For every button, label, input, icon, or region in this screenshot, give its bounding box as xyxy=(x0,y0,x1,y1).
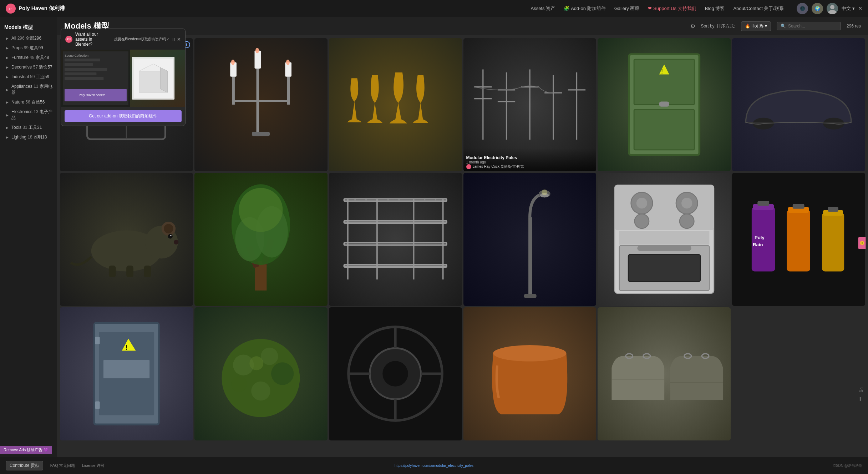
svg-point-78 xyxy=(636,198,647,208)
grid-item-stove[interactable] xyxy=(598,173,731,306)
chevron-icon: ▶ xyxy=(6,65,9,69)
svg-rect-101 xyxy=(95,402,100,409)
svg-rect-18 xyxy=(252,132,270,136)
sidebar-item-nature[interactable]: ▶ Nature 56 自然56 xyxy=(0,97,57,107)
popup-controls: II ✕ xyxy=(172,37,181,42)
grid-item-tree[interactable] xyxy=(194,173,328,306)
get-addon-button[interactable]: Get our add-on 获取我们的附加组件 xyxy=(65,110,182,122)
nav-support[interactable]: ❤ Support Us 支持我们 xyxy=(648,5,696,12)
grid-item-copper-pot[interactable] xyxy=(463,307,597,440)
svg-rect-12 xyxy=(255,51,261,69)
top-navigation: P Poly Haven 保利港 Assets 资产 🧩 Add-on 附加组件… xyxy=(0,0,868,17)
svg-rect-137 xyxy=(65,68,107,71)
close-btn[interactable]: ✕ xyxy=(858,6,862,11)
svg-rect-92 xyxy=(787,210,811,271)
popup-image: Scene Collection Poly Haven Assets xyxy=(61,50,185,107)
nav-addon[interactable]: 🧩 Add-on 附加组件 xyxy=(564,5,606,12)
svg-rect-61 xyxy=(344,221,446,223)
contribute-button[interactable]: Contribute 贡献 xyxy=(6,461,43,470)
svg-rect-89 xyxy=(758,201,770,206)
sidebar-item-all[interactable]: ▶ All 296 全部296 xyxy=(0,34,57,43)
grid-item-goblets[interactable] xyxy=(329,38,462,171)
svg-rect-33 xyxy=(634,110,694,150)
svg-text:P: P xyxy=(9,7,11,11)
grid-item-streetlight[interactable] xyxy=(463,173,597,306)
addon-popup: PH Want all our assets in Blender? 想要在Bl… xyxy=(61,29,186,126)
grid-item-tire[interactable] xyxy=(329,307,462,440)
svg-point-55 xyxy=(239,188,283,232)
nav-blog[interactable]: Blog 博客 xyxy=(705,5,725,12)
svg-point-45 xyxy=(171,235,172,236)
svg-rect-47 xyxy=(126,266,133,277)
svg-point-73 xyxy=(542,190,547,195)
license-link[interactable]: License 许可 xyxy=(82,463,105,468)
grid-item-elec-box[interactable]: ! xyxy=(60,307,193,440)
svg-rect-136 xyxy=(65,63,93,66)
copyright: ©SDN @浩浩浩浩 xyxy=(833,463,862,468)
grid-item-poles[interactable]: Modular Electricity Poles 1 month ago Ja… xyxy=(463,38,597,171)
print-icon[interactable]: 🖨 xyxy=(858,387,864,393)
popup-pause-btn[interactable]: II xyxy=(172,37,175,42)
language-btn[interactable]: 中文 ▾ xyxy=(842,5,855,12)
svg-rect-139 xyxy=(65,77,103,80)
remove-ads-button[interactable]: Remove Ads 移除广告 💜 xyxy=(0,446,52,454)
chevron-icon: ▶ xyxy=(6,100,9,104)
grid-item-moss-ball[interactable] xyxy=(194,307,328,440)
logo[interactable]: P Poly Haven 保利港 xyxy=(6,4,65,14)
svg-rect-74 xyxy=(524,294,536,298)
svg-point-82 xyxy=(680,214,694,228)
svg-rect-48 xyxy=(144,266,151,277)
svg-point-17 xyxy=(286,60,290,65)
faq-link[interactable]: FAQ 常见问题 xyxy=(50,463,75,468)
settings-icon[interactable]: ⚙ xyxy=(690,23,695,30)
nav-gallery[interactable]: Gallery 画廊 xyxy=(614,5,640,12)
sort-label: Sort by: 排序方式: xyxy=(701,23,735,29)
nav-assets[interactable]: Assets 资产 xyxy=(531,5,555,12)
grid-item-candles1[interactable] xyxy=(194,38,328,171)
sidebar-item-tools[interactable]: ▶ Tools 31 工具31 xyxy=(0,123,57,132)
svg-point-110 xyxy=(232,376,247,392)
sort-button[interactable]: 🔥 Hot 热 ▾ xyxy=(741,21,771,31)
svg-point-2 xyxy=(830,5,834,9)
svg-point-119 xyxy=(493,345,566,362)
sidebar-item-industrial[interactable]: ▶ Industrial 59 工业59 xyxy=(0,72,57,82)
svg-point-43 xyxy=(174,240,178,244)
sidebar-item-appliances[interactable]: ▶ Appliances 11 家用电器 xyxy=(0,82,57,97)
popup-close-btn[interactable]: ✕ xyxy=(177,37,181,42)
svg-point-108 xyxy=(271,362,294,385)
sidebar-item-furniture[interactable]: ▶ Furniture 48 家具48 xyxy=(0,53,57,62)
grid-item-car-cover[interactable] xyxy=(732,38,865,171)
svg-point-15 xyxy=(255,48,259,53)
svg-point-109 xyxy=(251,382,270,401)
grid-item-spray-cans[interactable]: Poly Rain xyxy=(732,173,865,306)
grid-item-concrete-block[interactable] xyxy=(598,307,731,440)
nav-about[interactable]: About/Contact 关于/联系 xyxy=(733,5,784,12)
sidebar-item-electronics[interactable]: ▶ Electronics 13 电子产品 xyxy=(0,107,57,123)
svg-point-3 xyxy=(828,10,837,14)
popup-title-zh: 想要在Blender中获取所有资产吗？ xyxy=(114,37,169,42)
svg-rect-76 xyxy=(615,185,714,230)
grid-item-shelf[interactable] xyxy=(329,173,462,306)
export-icon[interactable]: ⬆ xyxy=(858,396,864,403)
user-avatar-1[interactable]: 🌑 xyxy=(797,3,808,14)
chevron-icon: ▶ xyxy=(6,75,9,79)
sidebar-item-lighting[interactable]: ▶ Lighting 18 照明18 xyxy=(0,132,57,142)
item-author: James Ray Cock 盎姆斯·雷·科克 xyxy=(466,164,594,169)
sidebar-item-props[interactable]: ▶ Props 99 道具99 xyxy=(0,43,57,53)
sidebar: Models 模型 ▶ All 296 全部296 ▶ Props 99 道具9… xyxy=(0,17,57,474)
user-avatar-3[interactable] xyxy=(827,3,838,14)
svg-rect-83 xyxy=(619,231,709,245)
popup-logo-icon: PH xyxy=(65,36,72,43)
chevron-icon: ▶ xyxy=(6,113,9,117)
sidebar-item-decorative[interactable]: ▶ Decorative 57 装饰57 xyxy=(0,62,57,72)
user-avatar-2[interactable]: 🌍 xyxy=(812,3,823,14)
grid-item-elec-cabinet[interactable]: ! xyxy=(598,38,731,171)
svg-rect-9 xyxy=(234,100,288,102)
chevron-icon: ▶ xyxy=(6,88,9,92)
svg-rect-95 xyxy=(822,213,844,271)
grid-item-rat[interactable] xyxy=(60,173,193,306)
svg-rect-135 xyxy=(65,59,100,61)
feedback-button[interactable]: 😊 xyxy=(858,237,866,249)
svg-point-81 xyxy=(634,214,649,228)
search-input[interactable] xyxy=(788,24,838,29)
